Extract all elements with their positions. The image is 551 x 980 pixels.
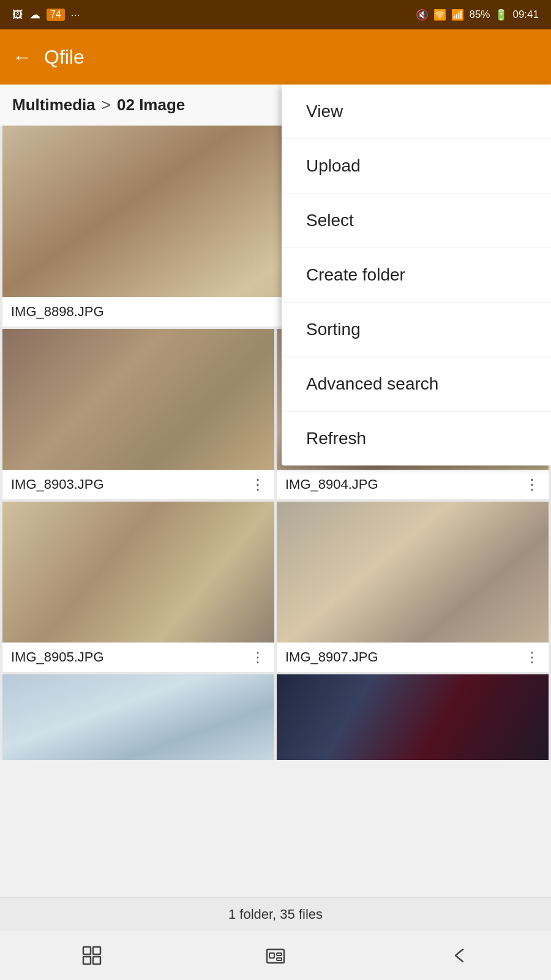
menu-item-create-folder-label: Create folder	[306, 265, 405, 285]
menu-item-upload[interactable]: Upload	[282, 139, 551, 194]
menu-item-advanced-search-label: Advanced search	[306, 374, 438, 394]
menu-item-view[interactable]: View	[282, 85, 551, 139]
menu-item-advanced-search[interactable]: Advanced search	[282, 357, 551, 412]
menu-item-select[interactable]: Select	[282, 194, 551, 248]
menu-item-sorting[interactable]: Sorting	[282, 303, 551, 357]
menu-item-select-label: Select	[306, 211, 354, 230]
menu-item-sorting-label: Sorting	[306, 320, 361, 339]
dropdown-overlay[interactable]: View Upload Select Create folder Sorting…	[0, 0, 551, 980]
menu-item-create-folder[interactable]: Create folder	[282, 248, 551, 303]
menu-item-refresh[interactable]: Refresh	[282, 412, 551, 466]
dropdown-menu: View Upload Select Create folder Sorting…	[282, 85, 551, 466]
menu-item-refresh-label: Refresh	[306, 429, 366, 448]
menu-item-upload-label: Upload	[306, 156, 361, 176]
menu-item-view-label: View	[306, 102, 343, 121]
